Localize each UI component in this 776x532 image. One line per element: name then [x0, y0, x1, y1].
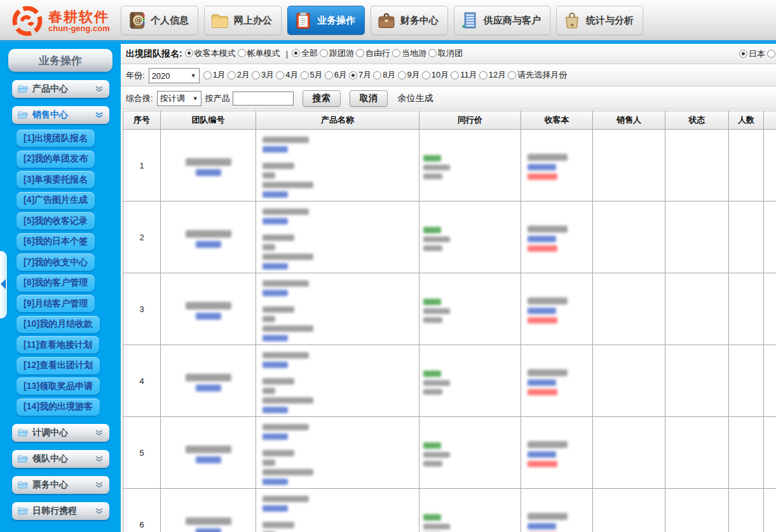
radio-month-1月[interactable]: 1月	[203, 69, 226, 81]
brand-logo: 春耕软件 chun-geng.com	[11, 5, 110, 37]
sidebar-item-[6]我的日本个签[interactable]: [6]我的日本个签	[17, 233, 95, 250]
sidebar-item-[4]广告图片生成[interactable]: [4]广告图片生成	[17, 192, 95, 209]
table-header-row: 序号团队编号产品名称同行价收客本销售人状态人数	[123, 111, 776, 130]
radio-icon	[325, 71, 333, 79]
redacted-text	[262, 460, 275, 466]
redacted-link[interactable]	[528, 451, 556, 458]
year-select[interactable]: 2020 ▼	[149, 68, 200, 83]
sidebar-item-[11]查看地接计划[interactable]: [11]查看地接计划	[17, 336, 99, 353]
sidebar-section-产品中心[interactable]: 产品中心	[12, 80, 109, 98]
radio-month-3月[interactable]: 3月	[252, 69, 274, 81]
radio-month-11月[interactable]: 11月	[451, 69, 477, 81]
tab-个人信息[interactable]: @个人信息	[121, 6, 198, 35]
radio-icon	[739, 50, 747, 58]
tab-财务中心[interactable]: 财务中心	[371, 6, 448, 35]
redacted-link[interactable]	[528, 236, 556, 242]
redacted-link[interactable]	[262, 335, 288, 341]
sidebar-item-[13]领取奖品申请[interactable]: [13]领取奖品申请	[17, 378, 100, 395]
radio-month-10月[interactable]: 10月	[422, 69, 449, 81]
radio-month-12月[interactable]: 12月	[479, 69, 506, 81]
redacted-link[interactable]	[262, 290, 288, 296]
radio-country-blank[interactable]	[767, 50, 775, 58]
radio-icon	[428, 49, 437, 57]
sidebar-item-[3]单项委托报名[interactable]: [3]单项委托报名	[17, 171, 95, 188]
redacted-link[interactable]	[196, 241, 221, 248]
sidebar-section-票务中心[interactable]: 票务中心	[12, 476, 109, 494]
redacted-link[interactable]	[196, 528, 221, 532]
radio-icon	[373, 71, 381, 79]
sidebar-item-[1]出境团队报名[interactable]: [1]出境团队报名	[17, 130, 95, 147]
chevron-down-icon: ▼	[191, 72, 196, 79]
tab-业务操作[interactable]: 业务操作	[287, 6, 365, 35]
sidebar-title[interactable]: 业务操作	[8, 49, 112, 72]
radio-month-5月[interactable]: 5月	[301, 69, 323, 81]
sidebar-item-[14]我的出境游客[interactable]: [14]我的出境游客	[17, 399, 100, 416]
redacted-link[interactable]	[196, 456, 221, 463]
seats-generate-link[interactable]: 余位生成	[398, 93, 433, 104]
redacted-link[interactable]	[262, 407, 288, 413]
redacted-link[interactable]	[262, 362, 288, 368]
redacted-link[interactable]	[528, 379, 556, 386]
sidebar-item-[12]查看出团计划[interactable]: [12]查看出团计划	[17, 357, 100, 374]
radio-mode-帐单模式[interactable]: 帐单模式	[238, 48, 280, 59]
radio-label: 自由行	[365, 48, 390, 59]
radio-label: 3月	[261, 69, 274, 81]
sidebar-section-计调中心[interactable]: 计调中心	[12, 424, 109, 442]
cell-product	[256, 417, 419, 489]
radio-month-6月[interactable]: 6月	[325, 69, 347, 81]
radio-mode-收客本模式[interactable]: 收客本模式	[185, 48, 236, 59]
radio-month-9月[interactable]: 9月	[398, 69, 420, 81]
radio-month-7月[interactable]: 7月	[349, 69, 371, 81]
cell-status	[665, 345, 729, 417]
redacted-link[interactable]	[262, 505, 288, 512]
search-button[interactable]: 搜索	[303, 90, 341, 107]
radio-country-日本[interactable]: 日本	[739, 48, 765, 60]
svg-text:@: @	[134, 15, 142, 25]
tab-统计与分析[interactable]: 统计与分析	[556, 6, 643, 35]
radio-type-取消团[interactable]: 取消团	[428, 48, 463, 59]
radio-month-2月[interactable]: 2月	[228, 69, 250, 81]
radio-month-请先选择月份[interactable]: 请先选择月份	[508, 69, 567, 81]
radio-type-自由行[interactable]: 自由行	[356, 48, 390, 59]
product-search-input[interactable]	[233, 92, 294, 106]
redacted-link[interactable]	[262, 263, 288, 269]
sidebar-item-[7]我的收支中心[interactable]: [7]我的收支中心	[17, 254, 95, 271]
sidebar-item-[5]我的收客记录[interactable]: [5]我的收客记录	[17, 212, 95, 229]
cell-count	[729, 273, 764, 345]
report-title: 出境团队报名:	[126, 48, 182, 60]
sidebar-section-销售中心[interactable]: 销售中心	[12, 106, 109, 124]
table-row: 4	[123, 345, 776, 417]
redacted-link[interactable]	[528, 164, 556, 170]
search-by-select[interactable]: 按计调 ▼	[157, 91, 201, 106]
radio-type-跟团游[interactable]: 跟团游	[320, 48, 354, 59]
sidebar-item-[9]月结客户管理[interactable]: [9]月结客户管理	[17, 295, 95, 312]
redacted-link[interactable]	[262, 191, 288, 198]
redacted-link[interactable]	[528, 308, 556, 314]
radio-month-8月[interactable]: 8月	[373, 69, 395, 81]
redacted-link[interactable]	[262, 218, 288, 224]
sidebar-section-领队中心[interactable]: 领队中心	[12, 450, 109, 468]
sidebar-section-日韩行携程[interactable]: 日韩行携程	[12, 502, 109, 520]
cancel-button[interactable]: 取消	[350, 90, 388, 107]
sidebar-item-[10]我的月结收款[interactable]: [10]我的月结收款	[17, 316, 100, 333]
redacted-link[interactable]	[528, 523, 556, 529]
tab-供应商与客户[interactable]: 供应商与客户	[454, 6, 550, 35]
sidebar-collapse-handle[interactable]	[0, 251, 7, 318]
radio-month-4月[interactable]: 4月	[276, 69, 298, 81]
redacted-link[interactable]	[262, 146, 288, 153]
redacted-link[interactable]	[196, 169, 221, 176]
sidebar-item-[8]我的客户管理[interactable]: [8]我的客户管理	[17, 275, 95, 292]
radio-type-当地游[interactable]: 当地游	[392, 48, 426, 59]
radio-label: 1月	[213, 69, 226, 81]
redacted-link[interactable]	[196, 385, 221, 392]
section-label: 销售中心	[32, 109, 68, 121]
radio-type-全部[interactable]: 全部	[292, 48, 318, 59]
tab-网上办公[interactable]: 网上办公	[204, 6, 282, 35]
sidebar-item-[2]我的单团发布[interactable]: [2]我的单团发布	[17, 151, 95, 168]
redacted-link[interactable]	[196, 313, 221, 320]
redacted-link[interactable]	[262, 433, 288, 440]
redacted-link[interactable]	[262, 479, 288, 485]
cell-product	[256, 489, 419, 532]
cell-extra	[764, 130, 776, 201]
row-number: 5	[139, 448, 144, 458]
